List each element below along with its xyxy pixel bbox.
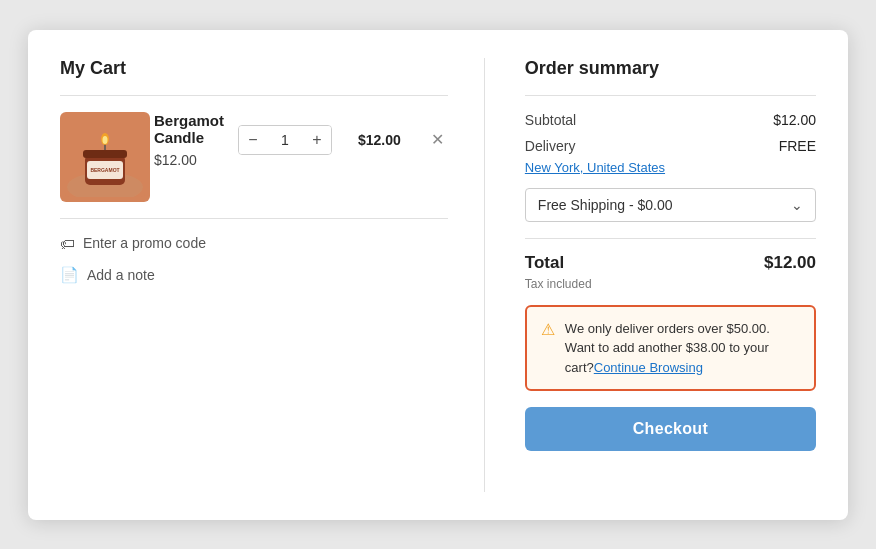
shipping-option-label: Free Shipping - $0.00 [538,197,673,213]
warning-box: ⚠ We only deliver orders over $50.00. Wa… [525,305,816,392]
quantity-increase-button[interactable]: + [303,126,331,154]
order-summary-panel: Order summary Subtotal $12.00 Delivery F… [525,58,816,492]
promo-label: Enter a promo code [83,235,206,251]
continue-browsing-link[interactable]: Continue Browsing [594,360,703,375]
cart-panel: My Cart BERGAMOT [60,58,485,492]
cart-title: My Cart [60,58,448,79]
quantity-control[interactable]: − 1 + [238,125,332,155]
delivery-value: FREE [779,138,816,154]
quantity-value: 1 [267,132,303,148]
delivery-section: Delivery FREE New York, United States [525,138,816,176]
promo-code-link[interactable]: 🏷 Enter a promo code [60,235,448,252]
promo-icon: 🏷 [60,235,75,252]
cart-item: Bergamot Candle $12.00 − 1 + $12.00 ✕ [154,112,448,168]
warning-message: We only deliver orders over $50.00. Want… [565,319,800,378]
item-name: Bergamot Candle [154,112,224,146]
summary-divider [525,95,816,96]
svg-text:BERGAMOT: BERGAMOT [90,167,119,173]
tax-note: Tax included [525,277,816,291]
delivery-row: Delivery FREE [525,138,816,154]
location-link[interactable]: New York, United States [525,160,665,175]
item-price: $12.00 [154,152,224,168]
subtotal-row: Subtotal $12.00 [525,112,816,128]
warning-icon: ⚠ [541,320,555,378]
total-row: Total $12.00 [525,253,816,273]
quantity-decrease-button[interactable]: − [239,126,267,154]
svg-point-8 [103,136,108,144]
note-label: Add a note [87,267,155,283]
item-total: $12.00 [358,132,401,148]
cart-modal: My Cart BERGAMOT [28,30,848,520]
subtotal-value: $12.00 [773,112,816,128]
add-note-link[interactable]: 📄 Add a note [60,266,448,284]
product-image: BERGAMOT [60,112,150,202]
candle-illustration: BERGAMOT [65,117,145,197]
subtotal-label: Subtotal [525,112,576,128]
total-divider [525,238,816,239]
svg-rect-3 [83,150,127,158]
delivery-label: Delivery [525,138,576,154]
total-label: Total [525,253,564,273]
shipping-select[interactable]: Free Shipping - $0.00 ⌄ [525,188,816,222]
remove-item-button[interactable]: ✕ [427,126,448,153]
checkout-button[interactable]: Checkout [525,407,816,451]
item-details: Bergamot Candle $12.00 [154,112,224,168]
summary-title: Order summary [525,58,816,79]
total-value: $12.00 [764,253,816,273]
chevron-down-icon: ⌄ [791,197,803,213]
note-icon: 📄 [60,266,79,284]
cart-divider [60,95,448,96]
cart-item-row: BERGAMOT Bergamot Candle $12.00 − 1 + [60,112,448,219]
